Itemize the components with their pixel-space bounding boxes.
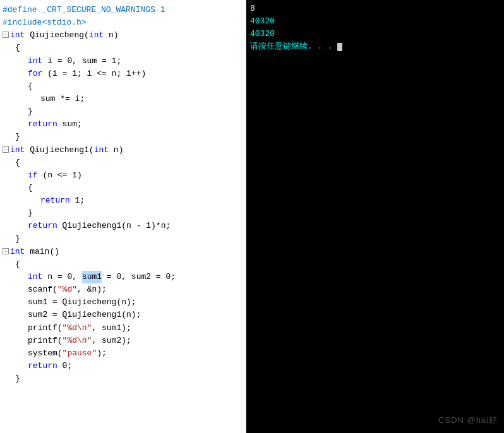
code-line: } — [0, 131, 246, 143]
code-line: -int Qiujiecheng1(int n) — [0, 144, 246, 157]
code-line: } — [0, 207, 246, 220]
terminal-line: 40320 — [250, 28, 500, 40]
token: printf( — [28, 322, 63, 335]
token: <stdio.h> — [42, 16, 86, 29]
code-line: printf("%d\n", sum2); — [0, 335, 246, 347]
token: printf( — [28, 335, 63, 347]
token: int — [10, 144, 25, 157]
token: return — [40, 194, 70, 207]
code-line: if (n <= 1) — [0, 169, 246, 182]
token: int — [10, 29, 25, 42]
token: ); — [97, 347, 107, 360]
token: system( — [28, 347, 63, 360]
code-line: printf("%d\n", sum1); — [0, 322, 246, 335]
token: "%d" — [57, 283, 77, 296]
code-line: { — [0, 42, 246, 54]
token: "%d\n" — [63, 322, 92, 335]
token: (n <= 1) — [38, 169, 82, 182]
terminal-panel: 84032040320请按任意键继续. . . CSDN @hai好 — [246, 0, 504, 433]
code-line: int n = 0, sum1 = 0, sum2 = 0; — [0, 271, 246, 283]
token: } — [28, 105, 33, 118]
code-line: #define _CRT_SECURE_NO_WARNINGS 1 — [0, 4, 246, 16]
token: int — [10, 246, 25, 258]
code-line: return 0; — [0, 360, 246, 372]
token: int — [94, 144, 109, 157]
code-line: { — [0, 258, 246, 271]
code-line: } — [0, 372, 246, 385]
code-line: -int Qiujiecheng(int n) — [0, 29, 246, 42]
token: sum1 — [82, 271, 102, 283]
code-line: int i = 0, sum = 1; — [0, 55, 246, 68]
collapse-toggle[interactable]: - — [3, 248, 9, 254]
token: int — [89, 29, 104, 42]
terminal-line: 请按任意键继续. . . — [250, 40, 500, 53]
token: Qiujiecheng( — [25, 29, 88, 42]
token: n) — [104, 29, 118, 42]
watermark: CSDN @hai好 — [438, 414, 498, 427]
token: return — [28, 360, 57, 372]
token: = 0, sum2 = 0; — [102, 271, 176, 283]
code-line: { — [0, 182, 246, 194]
code-line: return Qiujiecheng1(n - 1)*n; — [0, 220, 246, 232]
token: return — [28, 118, 57, 131]
token: "pause" — [63, 347, 97, 360]
token: { — [28, 182, 33, 194]
code-line: -int main() — [0, 246, 246, 258]
token: scanf( — [28, 283, 57, 296]
code-line: { — [0, 157, 246, 169]
code-line: } — [0, 105, 246, 118]
token: sum1 = Qiujiecheng(n); — [28, 296, 136, 309]
token: { — [28, 80, 33, 93]
token: for — [28, 68, 42, 80]
code-line: #include<stdio.h> — [0, 16, 246, 29]
token: sum *= i; — [40, 93, 85, 105]
code-line: system("pause"); — [0, 347, 246, 360]
code-line: sum2 = Qiujiecheng1(n); — [0, 309, 246, 321]
code-line: return 1; — [0, 194, 246, 207]
code-line: scanf("%d", &n); — [0, 283, 246, 296]
token: { — [15, 157, 20, 169]
token: , sum1); — [92, 322, 131, 335]
token: { — [15, 258, 20, 271]
token: #define _CRT_SECURE_NO_WARNINGS 1 — [3, 4, 165, 16]
token: n = 0, — [42, 271, 81, 283]
token: 0; — [57, 360, 72, 372]
token: } — [15, 372, 20, 385]
collapse-toggle[interactable]: - — [3, 32, 9, 38]
token: int — [28, 55, 42, 68]
token: Qiujiecheng1( — [25, 144, 93, 157]
token: i = 0, sum = 1; — [42, 55, 121, 68]
terminal-line: 40320 — [250, 15, 500, 28]
token: (i = 1; i <= n; i++) — [42, 68, 146, 80]
token: return — [28, 220, 57, 232]
code-line: sum *= i; — [0, 93, 246, 105]
collapse-toggle[interactable]: - — [3, 146, 9, 153]
token: Qiujiecheng1(n - 1)*n; — [57, 220, 171, 232]
token: sum; — [57, 118, 82, 131]
code-line: { — [0, 80, 246, 93]
token: main() — [25, 246, 59, 258]
code-line: } — [0, 233, 246, 246]
token: , &n); — [77, 283, 107, 296]
token: 1; — [70, 194, 85, 207]
token: } — [15, 131, 20, 143]
code-line: for (i = 1; i <= n; i++) — [0, 68, 246, 80]
token: } — [28, 207, 33, 220]
terminal-line: 8 — [250, 3, 500, 15]
token: #include — [3, 16, 42, 29]
token: int — [28, 271, 42, 283]
token: n) — [109, 144, 123, 157]
token: } — [15, 233, 20, 246]
token: { — [15, 42, 20, 54]
code-line: return sum; — [0, 118, 246, 131]
token: , sum2); — [92, 335, 131, 347]
token: if — [28, 169, 38, 182]
code-line: sum1 = Qiujiecheng(n); — [0, 296, 246, 309]
cursor-blink — [337, 43, 342, 51]
token: sum2 = Qiujiecheng1(n); — [28, 309, 141, 321]
code-panel: #define _CRT_SECURE_NO_WARNINGS 1#includ… — [0, 0, 246, 433]
token: "%d\n" — [63, 335, 92, 347]
